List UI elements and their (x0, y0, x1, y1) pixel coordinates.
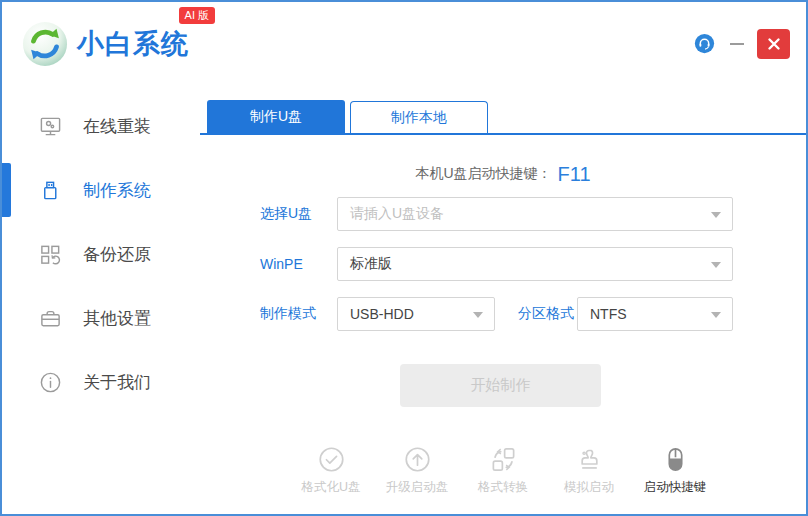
tool-simulate-boot[interactable]: 模拟启动 (556, 446, 622, 496)
make-usb-form: 选择U盘 请插入U盘设备 WinPE 标准版 制作模式 (200, 197, 806, 331)
active-indicator (2, 163, 11, 217)
chevron-down-icon (711, 312, 721, 318)
chevron-down-icon (711, 262, 721, 268)
usb-select-dropdown[interactable]: 请插入U盘设备 (337, 197, 733, 231)
sidebar-item-label: 在线重装 (83, 115, 151, 138)
sidebar-item-other-settings[interactable]: 其他设置 (2, 286, 200, 350)
tool-boot-hotkey[interactable]: 启动快捷键 (642, 446, 708, 496)
chevron-down-icon (711, 212, 721, 218)
make-mode-label: 制作模式 (260, 305, 337, 323)
footer-toolbar: 格式化U盘 升级启动盘 (200, 446, 806, 496)
boot-hotkey-value: F11 (558, 163, 591, 186)
sidebar-item-online-reinstall[interactable]: 在线重装 (2, 94, 200, 158)
boot-hotkey-line: 本机U盘启动快捷键： F11 (200, 161, 806, 187)
boot-hotkey-label: 本机U盘启动快捷键： (415, 165, 551, 183)
app-logo-icon (22, 21, 68, 67)
sidebar-item-label: 备份还原 (83, 243, 151, 266)
mouse-icon (662, 446, 689, 473)
sidebar-item-backup-restore[interactable]: 备份还原 (2, 222, 200, 286)
start-make-button[interactable]: 开始制作 (400, 364, 601, 407)
sidebar-item-label: 其他设置 (83, 307, 151, 330)
tool-upgrade-boot-disk[interactable]: 升级启动盘 (384, 446, 450, 496)
window-controls (694, 29, 790, 59)
close-button[interactable] (757, 29, 790, 59)
tool-label: 启动快捷键 (644, 479, 707, 496)
chevron-down-icon (473, 312, 483, 318)
partition-format-label: 分区格式 (518, 305, 577, 323)
body: 在线重装 制作系统 备份还原 (2, 85, 806, 514)
tab-label: 制作U盘 (250, 108, 302, 126)
tab-bar: 制作U盘 制作本地 (200, 100, 806, 135)
header: 小白系统 AI 版 (2, 2, 806, 85)
briefcase-icon (39, 307, 62, 330)
winpe-label: WinPE (260, 256, 337, 272)
monitor-icon (39, 115, 62, 138)
app-title: 小白系统 (77, 26, 189, 62)
ai-version-badge: AI 版 (179, 7, 215, 24)
tool-label: 模拟启动 (564, 479, 614, 496)
winpe-value: 标准版 (350, 255, 392, 273)
stamp-icon (576, 446, 603, 473)
sidebar-item-label: 制作系统 (83, 179, 151, 202)
usb-select-placeholder: 请插入U盘设备 (350, 205, 444, 223)
app-logo: 小白系统 AI 版 (22, 21, 189, 67)
arrow-up-circle-icon (404, 446, 431, 473)
sidebar: 在线重装 制作系统 备份还原 (2, 85, 200, 514)
tool-format-usb[interactable]: 格式化U盘 (298, 446, 364, 496)
convert-icon (490, 446, 517, 473)
sidebar-item-make-system[interactable]: 制作系统 (2, 158, 200, 222)
check-circle-icon (318, 446, 345, 473)
partition-format-value: NTFS (590, 306, 627, 322)
customer-service-icon[interactable] (694, 33, 715, 54)
tool-format-convert[interactable]: 格式转换 (470, 446, 536, 496)
tool-label: 格式化U盘 (301, 479, 360, 496)
close-icon (767, 37, 781, 51)
tab-make-usb[interactable]: 制作U盘 (207, 100, 345, 133)
usb-select-label: 选择U盘 (260, 205, 337, 223)
info-icon (39, 371, 62, 394)
app-window: 小白系统 AI 版 (0, 0, 808, 516)
make-mode-value: USB-HDD (350, 306, 414, 322)
tab-label: 制作本地 (391, 109, 447, 127)
sidebar-item-about-us[interactable]: 关于我们 (2, 350, 200, 414)
usb-drive-icon (39, 179, 62, 202)
make-mode-dropdown[interactable]: USB-HDD (337, 297, 495, 331)
tool-label: 格式转换 (478, 479, 528, 496)
form-row-mode: 制作模式 USB-HDD 分区格式 NTFS (200, 297, 806, 331)
tool-label: 升级启动盘 (386, 479, 449, 496)
partition-format-dropdown[interactable]: NTFS (577, 297, 733, 331)
main-content: 制作U盘 制作本地 本机U盘启动快捷键： F11 选择U盘 请插入U盘设备 (200, 85, 806, 514)
form-row-winpe: WinPE 标准版 (200, 247, 806, 281)
winpe-dropdown[interactable]: 标准版 (337, 247, 733, 281)
sidebar-item-label: 关于我们 (83, 371, 151, 394)
form-row-usb: 选择U盘 请插入U盘设备 (200, 197, 806, 231)
backup-restore-icon (39, 243, 62, 266)
minimize-icon (730, 43, 744, 45)
tab-make-local[interactable]: 制作本地 (350, 101, 488, 133)
minimize-button[interactable] (726, 33, 748, 55)
